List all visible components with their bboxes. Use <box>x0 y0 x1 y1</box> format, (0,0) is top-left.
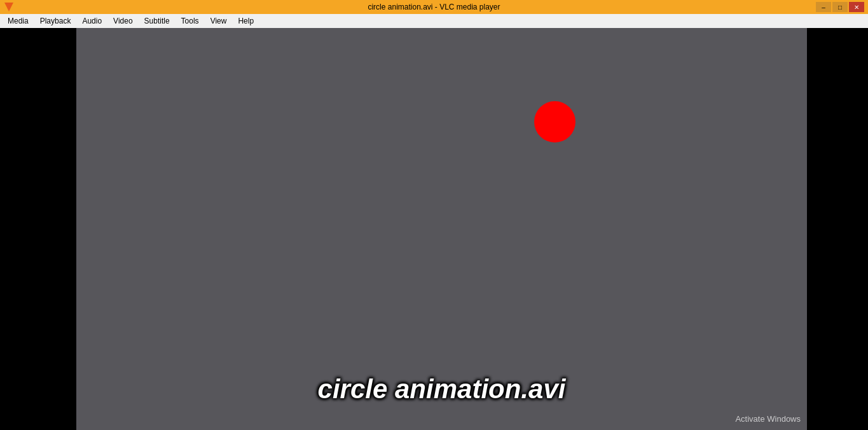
title-bar-buttons: – □ ✕ <box>816 2 864 12</box>
menu-item-playback[interactable]: Playback <box>35 15 76 27</box>
maximize-button[interactable]: □ <box>832 2 848 12</box>
black-bar-left <box>0 28 76 430</box>
menu-item-help[interactable]: Help <box>233 15 259 27</box>
menu-item-tools[interactable]: Tools <box>176 15 204 27</box>
menu-bar: MediaPlaybackAudioVideoSubtitleToolsView… <box>0 14 868 28</box>
window-title: circle animation.avi - VLC media player <box>368 3 500 11</box>
menu-item-view[interactable]: View <box>205 15 232 27</box>
video-container: circle animation.avi Activate Windows <box>0 28 868 430</box>
menu-item-subtitle[interactable]: Subtitle <box>139 15 175 27</box>
menu-item-audio[interactable]: Audio <box>77 15 107 27</box>
close-button[interactable]: ✕ <box>849 2 864 12</box>
menu-item-video[interactable]: Video <box>108 15 137 27</box>
activate-windows-watermark: Activate Windows <box>735 414 801 424</box>
video-title-overlay: circle animation.avi <box>318 374 566 405</box>
title-bar: circle animation.avi - VLC media player … <box>0 0 868 14</box>
title-bar-left <box>4 2 14 12</box>
video-area[interactable]: circle animation.avi Activate Windows <box>76 28 807 430</box>
vlc-cone <box>4 3 13 11</box>
black-bar-right <box>807 28 868 430</box>
minimize-button[interactable]: – <box>816 2 831 12</box>
menu-item-media[interactable]: Media <box>3 15 34 27</box>
red-circle <box>534 101 575 142</box>
vlc-icon <box>4 2 14 12</box>
